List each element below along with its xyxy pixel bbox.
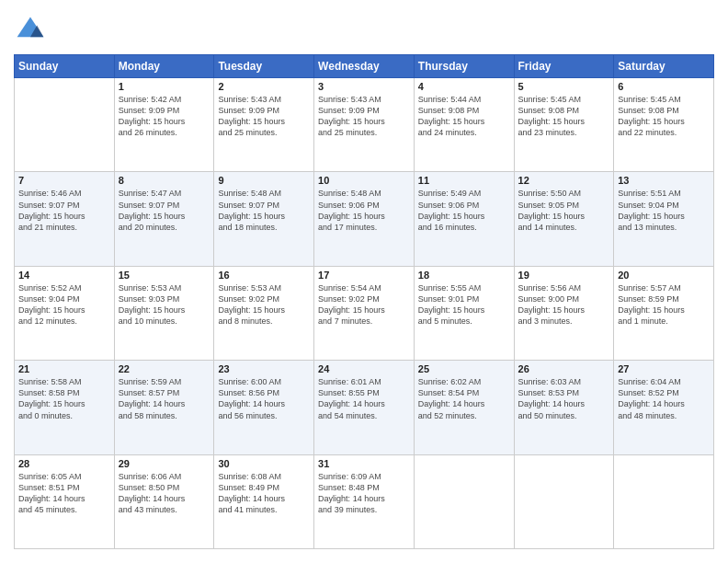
day-number: 14 bbox=[18, 270, 110, 281]
calendar-cell: 26Sunrise: 6:03 AM Sunset: 8:53 PM Dayli… bbox=[514, 361, 614, 454]
calendar-cell: 30Sunrise: 6:08 AM Sunset: 8:49 PM Dayli… bbox=[214, 454, 314, 548]
day-number: 5 bbox=[518, 81, 610, 92]
header-row: SundayMondayTuesdayWednesdayThursdayFrid… bbox=[15, 55, 714, 78]
cell-text: Sunrise: 5:58 AM Sunset: 8:58 PM Dayligh… bbox=[18, 376, 110, 421]
calendar-cell: 3Sunrise: 5:43 AM Sunset: 9:09 PM Daylig… bbox=[314, 78, 415, 172]
cell-text: Sunrise: 5:53 AM Sunset: 9:02 PM Dayligh… bbox=[218, 282, 310, 327]
day-number: 30 bbox=[218, 458, 310, 469]
cell-text: Sunrise: 6:01 AM Sunset: 8:55 PM Dayligh… bbox=[318, 376, 410, 421]
page: SundayMondayTuesdayWednesdayThursdayFrid… bbox=[0, 0, 728, 563]
day-number: 22 bbox=[119, 363, 210, 374]
day-number: 26 bbox=[518, 363, 610, 374]
cell-text: Sunrise: 5:45 AM Sunset: 9:08 PM Dayligh… bbox=[618, 94, 710, 139]
header-cell-sunday: Sunday bbox=[15, 55, 115, 78]
cell-text: Sunrise: 5:59 AM Sunset: 8:57 PM Dayligh… bbox=[119, 376, 210, 421]
calendar-cell: 14Sunrise: 5:52 AM Sunset: 9:04 PM Dayli… bbox=[15, 266, 115, 360]
calendar-cell bbox=[414, 454, 514, 548]
day-number: 19 bbox=[518, 270, 610, 281]
day-number: 11 bbox=[418, 175, 510, 186]
day-number: 13 bbox=[618, 175, 710, 186]
day-number: 8 bbox=[119, 175, 210, 186]
calendar-cell: 29Sunrise: 6:06 AM Sunset: 8:50 PM Dayli… bbox=[114, 454, 214, 548]
cell-text: Sunrise: 6:04 AM Sunset: 8:52 PM Dayligh… bbox=[618, 376, 710, 421]
cell-text: Sunrise: 5:56 AM Sunset: 9:00 PM Dayligh… bbox=[518, 282, 610, 327]
cell-text: Sunrise: 5:42 AM Sunset: 9:09 PM Dayligh… bbox=[119, 94, 210, 139]
day-number: 1 bbox=[119, 81, 210, 92]
calendar-cell: 2Sunrise: 5:43 AM Sunset: 9:09 PM Daylig… bbox=[214, 78, 314, 172]
logo-icon bbox=[14, 14, 47, 47]
week-row-4: 28Sunrise: 6:05 AM Sunset: 8:51 PM Dayli… bbox=[15, 454, 714, 548]
calendar-cell: 21Sunrise: 5:58 AM Sunset: 8:58 PM Dayli… bbox=[15, 361, 115, 454]
day-number: 10 bbox=[318, 175, 410, 186]
cell-text: Sunrise: 6:09 AM Sunset: 8:48 PM Dayligh… bbox=[318, 471, 410, 516]
calendar-cell: 10Sunrise: 5:48 AM Sunset: 9:06 PM Dayli… bbox=[314, 172, 415, 266]
day-number: 28 bbox=[18, 458, 110, 469]
day-number: 18 bbox=[418, 270, 510, 281]
day-number: 31 bbox=[318, 458, 410, 469]
calendar-table: SundayMondayTuesdayWednesdayThursdayFrid… bbox=[14, 54, 714, 549]
calendar-cell: 31Sunrise: 6:09 AM Sunset: 8:48 PM Dayli… bbox=[314, 454, 415, 548]
cell-text: Sunrise: 5:46 AM Sunset: 9:07 PM Dayligh… bbox=[18, 188, 110, 233]
calendar-cell: 23Sunrise: 6:00 AM Sunset: 8:56 PM Dayli… bbox=[214, 361, 314, 454]
day-number: 24 bbox=[318, 363, 410, 374]
calendar-cell: 16Sunrise: 5:53 AM Sunset: 9:02 PM Dayli… bbox=[214, 266, 314, 360]
day-number: 12 bbox=[518, 175, 610, 186]
day-number: 16 bbox=[218, 270, 310, 281]
day-number: 2 bbox=[218, 81, 310, 92]
calendar-cell: 9Sunrise: 5:48 AM Sunset: 9:07 PM Daylig… bbox=[214, 172, 314, 266]
calendar-cell: 12Sunrise: 5:50 AM Sunset: 9:05 PM Dayli… bbox=[514, 172, 614, 266]
day-number: 20 bbox=[618, 270, 710, 281]
calendar-cell: 25Sunrise: 6:02 AM Sunset: 8:54 PM Dayli… bbox=[414, 361, 514, 454]
day-number: 17 bbox=[318, 270, 410, 281]
calendar-cell: 19Sunrise: 5:56 AM Sunset: 9:00 PM Dayli… bbox=[514, 266, 614, 360]
cell-text: Sunrise: 5:47 AM Sunset: 9:07 PM Dayligh… bbox=[119, 188, 210, 233]
day-number: 23 bbox=[218, 363, 310, 374]
cell-text: Sunrise: 6:05 AM Sunset: 8:51 PM Dayligh… bbox=[18, 471, 110, 516]
calendar-cell: 1Sunrise: 5:42 AM Sunset: 9:09 PM Daylig… bbox=[114, 78, 214, 172]
cell-text: Sunrise: 5:48 AM Sunset: 9:06 PM Dayligh… bbox=[318, 188, 410, 233]
header-cell-thursday: Thursday bbox=[414, 55, 514, 78]
header bbox=[14, 14, 714, 47]
cell-text: Sunrise: 6:08 AM Sunset: 8:49 PM Dayligh… bbox=[218, 471, 310, 516]
calendar-cell: 6Sunrise: 5:45 AM Sunset: 9:08 PM Daylig… bbox=[614, 78, 714, 172]
cell-text: Sunrise: 6:03 AM Sunset: 8:53 PM Dayligh… bbox=[518, 376, 610, 421]
calendar-cell: 7Sunrise: 5:46 AM Sunset: 9:07 PM Daylig… bbox=[15, 172, 115, 266]
week-row-1: 7Sunrise: 5:46 AM Sunset: 9:07 PM Daylig… bbox=[15, 172, 714, 266]
cell-text: Sunrise: 5:43 AM Sunset: 9:09 PM Dayligh… bbox=[318, 94, 410, 139]
calendar-cell bbox=[514, 454, 614, 548]
calendar-cell: 18Sunrise: 5:55 AM Sunset: 9:01 PM Dayli… bbox=[414, 266, 514, 360]
day-number: 21 bbox=[18, 363, 110, 374]
week-row-2: 14Sunrise: 5:52 AM Sunset: 9:04 PM Dayli… bbox=[15, 266, 714, 360]
cell-text: Sunrise: 5:55 AM Sunset: 9:01 PM Dayligh… bbox=[418, 282, 510, 327]
calendar-cell: 8Sunrise: 5:47 AM Sunset: 9:07 PM Daylig… bbox=[114, 172, 214, 266]
cell-text: Sunrise: 5:53 AM Sunset: 9:03 PM Dayligh… bbox=[119, 282, 210, 327]
calendar-cell: 11Sunrise: 5:49 AM Sunset: 9:06 PM Dayli… bbox=[414, 172, 514, 266]
cell-text: Sunrise: 5:43 AM Sunset: 9:09 PM Dayligh… bbox=[218, 94, 310, 139]
cell-text: Sunrise: 5:54 AM Sunset: 9:02 PM Dayligh… bbox=[318, 282, 410, 327]
calendar-cell: 20Sunrise: 5:57 AM Sunset: 8:59 PM Dayli… bbox=[614, 266, 714, 360]
header-cell-monday: Monday bbox=[114, 55, 214, 78]
cell-text: Sunrise: 6:02 AM Sunset: 8:54 PM Dayligh… bbox=[418, 376, 510, 421]
calendar-cell: 24Sunrise: 6:01 AM Sunset: 8:55 PM Dayli… bbox=[314, 361, 415, 454]
calendar-cell bbox=[614, 454, 714, 548]
calendar-cell: 22Sunrise: 5:59 AM Sunset: 8:57 PM Dayli… bbox=[114, 361, 214, 454]
calendar-cell: 5Sunrise: 5:45 AM Sunset: 9:08 PM Daylig… bbox=[514, 78, 614, 172]
calendar-cell: 28Sunrise: 6:05 AM Sunset: 8:51 PM Dayli… bbox=[15, 454, 115, 548]
day-number: 3 bbox=[318, 81, 410, 92]
cell-text: Sunrise: 5:48 AM Sunset: 9:07 PM Dayligh… bbox=[218, 188, 310, 233]
day-number: 25 bbox=[418, 363, 510, 374]
header-cell-saturday: Saturday bbox=[614, 55, 714, 78]
calendar-body: 1Sunrise: 5:42 AM Sunset: 9:09 PM Daylig… bbox=[15, 78, 714, 549]
day-number: 7 bbox=[18, 175, 110, 186]
cell-text: Sunrise: 6:00 AM Sunset: 8:56 PM Dayligh… bbox=[218, 376, 310, 421]
calendar-cell: 4Sunrise: 5:44 AM Sunset: 9:08 PM Daylig… bbox=[414, 78, 514, 172]
day-number: 4 bbox=[418, 81, 510, 92]
cell-text: Sunrise: 5:51 AM Sunset: 9:04 PM Dayligh… bbox=[618, 188, 710, 233]
header-cell-friday: Friday bbox=[514, 55, 614, 78]
day-number: 27 bbox=[618, 363, 710, 374]
cell-text: Sunrise: 5:52 AM Sunset: 9:04 PM Dayligh… bbox=[18, 282, 110, 327]
day-number: 15 bbox=[119, 270, 210, 281]
cell-text: Sunrise: 6:06 AM Sunset: 8:50 PM Dayligh… bbox=[119, 471, 210, 516]
week-row-0: 1Sunrise: 5:42 AM Sunset: 9:09 PM Daylig… bbox=[15, 78, 714, 172]
cell-text: Sunrise: 5:49 AM Sunset: 9:06 PM Dayligh… bbox=[418, 188, 510, 233]
